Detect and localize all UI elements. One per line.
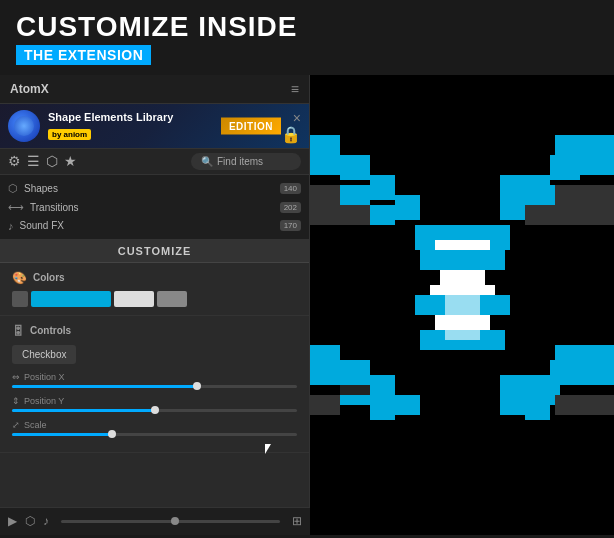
svg-rect-3 [310,160,340,175]
controls-section: 🎛 Controls Checkbox ⇔ Position X [0,316,309,453]
svg-rect-1 [310,135,340,160]
position-y-thumb[interactable] [151,406,159,414]
music-icon[interactable]: ♪ [43,514,49,528]
svg-rect-23 [310,345,340,370]
tool-icon-2[interactable]: ☰ [27,153,40,169]
library-banner: Shape Elements Library by aniom EDITION … [0,104,309,149]
position-y-group: ⇕ Position Y [12,396,297,412]
edition-badge: EDITION [221,117,281,134]
svg-rect-29 [370,400,395,420]
scale-icon: ⤢ [12,420,20,430]
tool-icon-1[interactable]: ⚙ [8,153,21,169]
tool-icon-4[interactable]: ★ [64,153,77,169]
sound-fx-icon: ♪ [8,220,14,232]
main-area: AtomX ≡ Shape Elements Library by aniom … [0,75,614,535]
scale-thumb[interactable] [108,430,116,438]
color-swatch-cyan[interactable] [31,291,111,307]
top-banner: CUSTOMIZE INSIDE THE EXTENSION [0,0,614,75]
position-y-slider[interactable] [12,409,297,412]
cursor-indicator [265,444,277,462]
bottom-bar: ▶ ⬡ ♪ ⊞ [0,507,310,535]
search-box[interactable]: 🔍 Find items [191,153,301,170]
color-swatch-dark[interactable] [12,291,28,307]
transitions-icon: ⟷ [8,201,24,214]
sidebar-item-shapes[interactable]: ⬡ Shapes 140 [8,179,301,198]
scale-label: ⤢ Scale [12,420,297,430]
colors-section: 🎨 Colors [0,263,309,316]
atomx-header: AtomX ≡ [0,75,309,104]
position-x-slider[interactable] [12,385,297,388]
shape-preview-svg [310,75,614,535]
controls-title: 🎛 Controls [12,324,297,338]
logo-inner [14,116,34,136]
sound-fx-label: ♪ Sound FX [8,220,64,232]
sidebar-item-transitions[interactable]: ⟷ Transitions 202 [8,198,301,217]
sidebar-item-sound-fx[interactable]: ♪ Sound FX 170 [8,217,301,235]
colors-icon: 🎨 [12,271,27,285]
position-x-fill [12,385,197,388]
bottom-slider-thumb[interactable] [171,517,179,525]
svg-rect-25 [370,375,395,400]
checkbox-control[interactable]: Checkbox [12,345,76,364]
controls-icon: 🎛 [12,324,24,338]
svg-rect-44 [310,395,340,415]
svg-rect-42 [525,205,555,225]
color-swatch-light[interactable] [114,291,154,307]
svg-rect-5 [340,185,370,205]
colors-title: 🎨 Colors [12,271,297,285]
svg-rect-43 [555,205,614,225]
svg-rect-28 [310,370,340,385]
position-y-label: ⇕ Position Y [12,396,297,406]
color-swatch-mid[interactable] [157,291,187,307]
svg-rect-7 [370,205,395,225]
svg-rect-4 [370,175,395,200]
atomx-title: AtomX [10,82,49,96]
position-x-label: ⇔ Position X [12,372,297,382]
library-logo [8,110,40,142]
svg-rect-27 [395,395,420,415]
svg-rect-39 [340,205,370,225]
position-y-icon: ⇕ [12,396,20,406]
position-x-thumb[interactable] [193,382,201,390]
scale-slider[interactable] [12,433,297,436]
svg-rect-35 [555,370,614,385]
shapes-label: ⬡ Shapes [8,182,58,195]
shapes-icon: ⬡ [8,182,18,195]
svg-rect-6 [395,195,420,220]
sound-fx-count: 170 [280,220,301,231]
transitions-label: ⟷ Transitions [8,201,79,214]
svg-rect-2 [340,155,370,180]
play-icon[interactable]: ▶ [8,514,17,528]
tool-icon-3[interactable]: ⬡ [46,153,58,169]
svg-rect-37 [445,270,480,340]
extension-badge: THE EXTENSION [16,45,151,65]
transitions-count: 202 [280,202,301,213]
search-placeholder: Find items [217,156,263,167]
close-banner-button[interactable]: × [293,110,301,126]
position-x-group: ⇔ Position X [12,372,297,388]
position-x-icon: ⇔ [12,372,20,382]
preview-area [310,75,614,535]
svg-rect-24 [340,360,370,385]
shape-bottom-icon[interactable]: ⬡ [25,514,35,528]
color-swatches-row [12,291,297,307]
svg-rect-17 [420,250,505,270]
customize-header: CUSTOMIZE [0,240,309,263]
scale-group: ⤢ Scale [12,420,297,436]
scale-fill [12,433,112,436]
hamburger-icon[interactable]: ≡ [291,81,299,97]
position-y-fill [12,409,155,412]
grid-icon[interactable]: ⊞ [292,514,302,528]
by-aniom-badge: by aniom [48,129,91,140]
svg-rect-45 [340,385,370,395]
bottom-slider[interactable] [61,520,280,523]
search-icon: 🔍 [201,156,213,167]
main-title: CUSTOMIZE INSIDE [16,12,598,43]
svg-rect-10 [555,160,614,175]
svg-rect-36 [525,400,550,420]
shapes-count: 140 [280,183,301,194]
category-nav: ⬡ Shapes 140 ⟷ Transitions 202 ♪ Sound F… [0,175,309,240]
toolbar: ⚙ ☰ ⬡ ★ 🔍 Find items [0,149,309,175]
customize-panel: CUSTOMIZE 🎨 Colors 🎛 Controls [0,240,309,535]
svg-rect-41 [555,185,614,205]
